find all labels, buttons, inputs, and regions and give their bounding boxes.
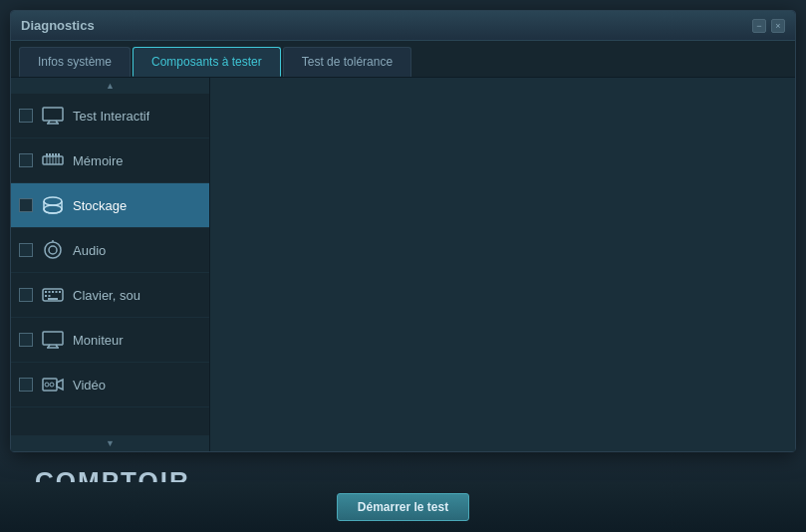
stockage-label: Stockage: [73, 198, 127, 213]
svg-rect-29: [43, 332, 63, 345]
svg-rect-27: [49, 295, 51, 297]
window-title: Diagnostics: [21, 18, 95, 33]
tab-tolerance[interactable]: Test de tolérance: [283, 47, 411, 77]
bottom-bar: Démarrer le test: [0, 482, 806, 532]
title-bar: Diagnostics − ×: [11, 11, 795, 41]
keyboard-icon: [41, 285, 65, 305]
screen-icon: [41, 330, 65, 350]
moniteur-label: Moniteur: [73, 333, 124, 348]
video-checkbox[interactable]: [19, 378, 33, 392]
list-item[interactable]: Mémoire: [11, 138, 209, 183]
memoire-label: Mémoire: [73, 153, 124, 168]
svg-rect-21: [45, 291, 47, 293]
svg-rect-23: [52, 291, 54, 293]
clavier-label: Clavier, sou: [73, 288, 140, 303]
title-controls: − ×: [752, 19, 785, 33]
right-panel: [210, 78, 795, 451]
svg-point-35: [45, 383, 49, 387]
svg-point-18: [49, 246, 57, 254]
right-content: [210, 78, 795, 451]
list-item[interactable]: Audio: [11, 228, 209, 273]
svg-rect-13: [55, 153, 57, 156]
svg-rect-12: [52, 153, 54, 156]
start-test-button[interactable]: Démarrer le test: [337, 493, 469, 521]
svg-point-36: [50, 383, 54, 387]
svg-rect-11: [49, 153, 51, 156]
moniteur-checkbox[interactable]: [19, 333, 33, 347]
svg-rect-26: [45, 295, 47, 297]
tab-bar: Infos système Composants à tester Test d…: [11, 41, 795, 78]
svg-rect-14: [58, 153, 60, 156]
memoire-checkbox[interactable]: [19, 153, 33, 167]
svg-marker-34: [57, 380, 63, 390]
svg-rect-28: [48, 298, 58, 300]
video-icon: [41, 375, 65, 395]
stockage-checkbox[interactable]: [19, 198, 33, 212]
tab-composants[interactable]: Composants à tester: [133, 47, 281, 77]
scroll-down-arrow[interactable]: ▼: [11, 435, 209, 451]
storage-icon: [41, 195, 65, 215]
audio-icon: [41, 240, 65, 260]
svg-point-16: [44, 205, 62, 213]
memory-icon: [41, 150, 65, 170]
right-scroll-area[interactable]: [210, 78, 795, 451]
list-item[interactable]: Vidéo: [11, 363, 209, 407]
svg-rect-0: [43, 108, 63, 121]
component-list: Test Interactif: [11, 94, 209, 435]
svg-rect-22: [49, 291, 51, 293]
svg-rect-25: [59, 291, 61, 293]
left-panel: ▲ Test Interactif: [11, 78, 210, 451]
monitor-icon: [41, 106, 65, 126]
svg-point-15: [44, 197, 62, 205]
list-item[interactable]: Clavier, sou: [11, 273, 209, 318]
tab-infos[interactable]: Infos système: [19, 47, 131, 77]
audio-checkbox[interactable]: [19, 243, 33, 257]
list-item[interactable]: Moniteur: [11, 318, 209, 363]
minimize-button[interactable]: −: [752, 19, 766, 33]
clavier-checkbox[interactable]: [19, 288, 33, 302]
interactif-checkbox[interactable]: [19, 109, 33, 123]
close-button[interactable]: ×: [771, 19, 785, 33]
list-item[interactable]: Stockage: [11, 183, 209, 228]
main-window: Diagnostics − × Infos système Composants…: [10, 10, 796, 452]
svg-rect-24: [56, 291, 58, 293]
audio-label: Audio: [73, 243, 106, 258]
svg-point-17: [45, 242, 61, 258]
interactif-label: Test Interactif: [73, 109, 149, 124]
scroll-up-arrow[interactable]: ▲: [11, 78, 209, 94]
video-label: Vidéo: [73, 378, 106, 393]
svg-rect-10: [46, 153, 48, 156]
content-area: ▲ Test Interactif: [11, 78, 795, 451]
list-item[interactable]: Test Interactif: [11, 94, 209, 138]
